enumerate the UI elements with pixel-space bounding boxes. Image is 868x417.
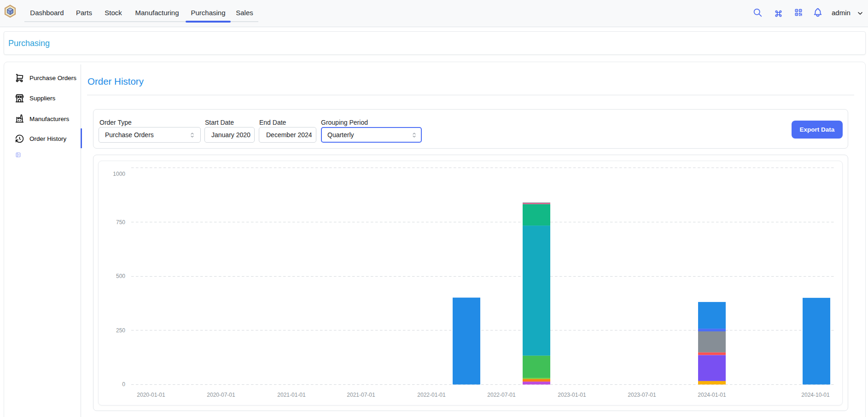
- svg-text:2024-10-01: 2024-10-01: [801, 392, 830, 398]
- svg-text:750: 750: [116, 219, 125, 226]
- svg-text:1000: 1000: [113, 171, 125, 177]
- svg-text:0: 0: [122, 381, 125, 388]
- svg-text:2022-01-01: 2022-01-01: [417, 392, 446, 398]
- svg-text:2021-01-01: 2021-01-01: [277, 392, 306, 398]
- svg-text:2020-01-01: 2020-01-01: [137, 392, 165, 398]
- svg-text:2024-01-01: 2024-01-01: [698, 392, 726, 398]
- svg-text:500: 500: [116, 273, 125, 279]
- svg-text:2021-07-01: 2021-07-01: [347, 392, 375, 398]
- svg-text:250: 250: [116, 327, 125, 334]
- svg-text:2020-07-01: 2020-07-01: [207, 392, 235, 398]
- svg-text:2023-07-01: 2023-07-01: [628, 392, 656, 398]
- svg-text:2022-07-01: 2022-07-01: [487, 392, 516, 398]
- svg-text:2023-01-01: 2023-01-01: [558, 392, 586, 398]
